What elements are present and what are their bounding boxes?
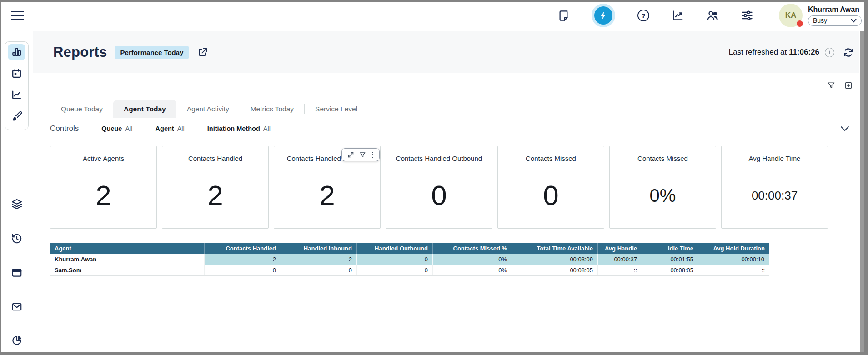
kpi-title: Contacts Handled [188, 155, 242, 162]
external-link-icon[interactable] [197, 47, 208, 58]
lightning-bolt-icon [594, 6, 612, 25]
filter-initiation-method[interactable]: Initiation MethodAll [207, 125, 271, 132]
filter-agent[interactable]: AgentAll [156, 125, 185, 132]
sidebar-item-mail[interactable] [8, 299, 25, 315]
busy-status-dot [797, 20, 803, 27]
info-icon[interactable]: i [825, 48, 834, 57]
table-cell: 0 [281, 265, 357, 275]
agent-name-cell: Khurram.Awan [50, 254, 205, 265]
help-icon[interactable]: ? [637, 9, 650, 22]
table-cell: 2 [205, 254, 281, 265]
sidebar-item-browser[interactable] [8, 265, 25, 280]
table-row: Sam.Som 0 0 0 0% 00:08:05 :: 00:08:05 :: [50, 265, 769, 276]
status-dropdown[interactable]: Busy [808, 15, 862, 26]
table-cell: :: [698, 265, 769, 275]
kpi-card-avg-handle-time: Avg Handle Time 00:00:37 [721, 146, 828, 229]
table-cell: 0% [433, 265, 512, 275]
kpi-value: 2 [207, 181, 223, 210]
expand-icon[interactable] [347, 151, 354, 158]
left-sidebar [0, 31, 33, 355]
avatar[interactable]: KA [779, 4, 803, 27]
browser-window-icon [11, 267, 23, 279]
table-cell: 2 [281, 254, 357, 265]
tab-queue-today[interactable]: Queue Today [50, 100, 113, 118]
table-cell: 0 [205, 265, 281, 275]
sidebar-item-schedule[interactable] [8, 65, 25, 81]
col-header[interactable]: Avg Handle [598, 243, 642, 254]
table-cell: 0% [433, 254, 512, 265]
calendar-icon [11, 68, 22, 79]
kpi-value: 0 [431, 181, 447, 210]
filter-queue[interactable]: QueueAll [101, 125, 132, 132]
kpi-value: 00:00:37 [752, 190, 798, 201]
sidebar-item-layers[interactable] [8, 196, 25, 212]
filter-icon[interactable] [827, 81, 836, 90]
pie-chart-icon [11, 335, 23, 346]
sidebar-item-designer[interactable] [8, 108, 25, 124]
note-icon[interactable] [557, 9, 570, 22]
table-cell: 00:00:37 [598, 254, 642, 265]
tab-agent-activity[interactable]: Agent Activity [176, 100, 240, 118]
layers-icon [11, 198, 23, 210]
sidebar-report-group [5, 41, 29, 130]
sidebar-item-dashboard[interactable] [8, 44, 25, 60]
table-cell: 0 [357, 265, 433, 275]
report-badge: Performance Today [115, 46, 190, 59]
report-tabs: Queue Today Agent Today Agent Activity M… [50, 100, 859, 118]
last-refreshed-time: 11:06:26 [789, 48, 819, 56]
col-header[interactable]: Handled Inbound [281, 243, 357, 254]
application-window: ? KA [0, 0, 868, 355]
card-filter-icon[interactable] [359, 151, 366, 158]
hamburger-menu-icon[interactable] [11, 11, 24, 20]
col-header[interactable]: Total Time Available [512, 243, 598, 254]
tab-metrics-today[interactable]: Metrics Today [240, 100, 304, 118]
tab-service-level[interactable]: Service Level [305, 100, 368, 118]
table-cell: 00:08:05 [512, 265, 598, 275]
kebab-menu-icon[interactable] [371, 152, 374, 158]
collapse-chevron-icon[interactable] [840, 126, 849, 131]
agent-name-cell: Sam.Som [50, 265, 205, 275]
table-cell: 00:03:09 [512, 254, 598, 265]
col-header[interactable]: Agent [50, 243, 205, 254]
kpi-title: Avg Handle Time [749, 155, 801, 162]
kpi-card-contacts-missed-pct: Contacts Missed 0% [609, 146, 716, 229]
kpi-card-active-agents: Active Agents 2 [50, 146, 157, 229]
col-header[interactable]: Handled Outbound [357, 243, 433, 254]
kpi-value: 2 [319, 181, 335, 210]
tab-agent-today[interactable]: Agent Today [113, 100, 176, 118]
settings-sliders-icon[interactable] [741, 9, 753, 22]
vertical-scrollbar[interactable] [860, 31, 864, 352]
page-header: Reports Performance Today Last refreshed… [33, 31, 859, 73]
kpi-value: 0% [650, 186, 676, 205]
kpi-value: 0 [543, 181, 558, 210]
table-cell: 0 [357, 254, 433, 265]
download-icon[interactable] [844, 81, 853, 90]
table-cell: 00:00:10 [698, 254, 769, 265]
table-cell: 00:08:05 [642, 265, 698, 275]
kpi-title: Active Agents [83, 155, 124, 162]
line-chart-icon [11, 89, 22, 100]
controls-title: Controls [50, 124, 79, 133]
sidebar-item-analytics[interactable] [8, 87, 25, 103]
kpi-card-contacts-handled-outbound: Contacts Handled Outbound 0 [386, 146, 492, 229]
col-header[interactable]: Avg Hold Duration [698, 243, 769, 254]
sidebar-item-history[interactable] [8, 230, 25, 246]
metrics-icon[interactable] [672, 9, 684, 22]
sidebar-item-pie-reports[interactable] [8, 332, 25, 348]
paintbrush-icon [11, 110, 22, 122]
quick-actions-button[interactable] [592, 4, 615, 27]
page-title: Reports [53, 44, 107, 60]
col-header[interactable]: Contacts Missed % [433, 243, 512, 254]
top-bar: ? KA [0, 0, 868, 31]
main-content: Reports Performance Today Last refreshed… [33, 31, 859, 352]
col-header[interactable]: Idle Time [642, 243, 698, 254]
avatar-initials: KA [785, 11, 797, 20]
card-hover-toolbar [341, 148, 380, 161]
kpi-card-contacts-missed: Contacts Missed 0 [497, 146, 604, 229]
refresh-icon[interactable] [843, 47, 854, 58]
col-header[interactable]: Contacts Handled [205, 243, 281, 254]
mail-icon [11, 301, 23, 313]
users-icon[interactable] [706, 9, 719, 22]
report-panel: Queue Today Agent Today Agent Activity M… [33, 80, 859, 276]
kpi-title: Contacts Missed [637, 155, 688, 162]
